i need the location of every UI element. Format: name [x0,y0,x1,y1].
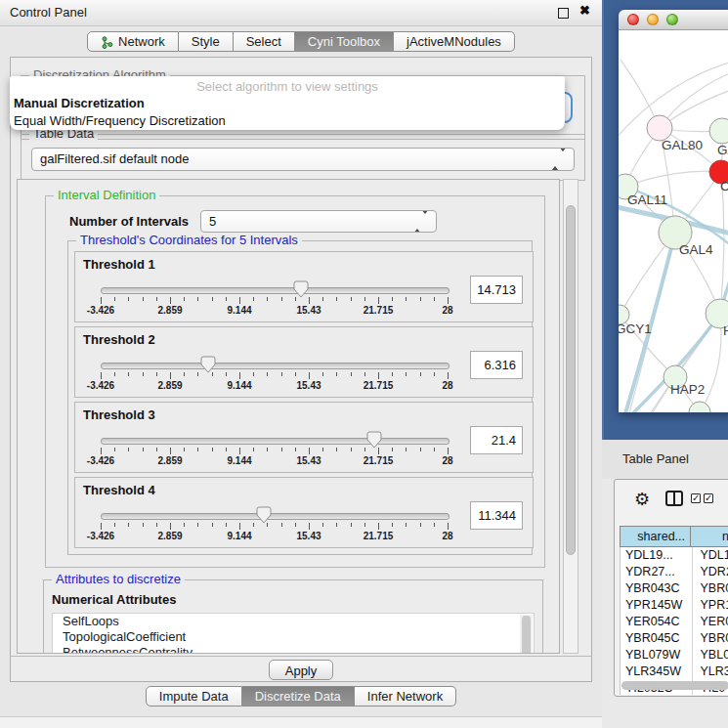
tab-jactivemnodules[interactable]: jActiveMNodules [394,31,515,52]
threshold-value-field[interactable] [470,351,523,379]
tick-label: 9.144 [227,380,251,391]
tab-label: Network [118,32,165,51]
vertical-scrollbar[interactable] [563,179,578,654]
tab-discretize-data[interactable]: Discretize Data [242,686,355,707]
numerical-attributes-list[interactable]: SelfLoopsTopologicalCoefficientBetweenne… [52,613,535,654]
threshold-slider-thumb[interactable] [293,280,309,298]
tab-network[interactable]: Network [87,31,179,52]
table-data-group: Table Data galFiltered.sif default node [21,134,585,181]
table-row[interactable]: YLR345WYLR3 [621,664,728,680]
threshold-label: Threshold 1 [83,257,155,272]
table-column-header[interactable]: shared... [620,527,691,546]
threshold-slider-thumb[interactable] [366,431,382,449]
table-cell: YDR27... [621,564,693,580]
column-layout-icon[interactable] [665,491,683,506]
tab-cyni-toolbox[interactable]: Cyni Toolbox [295,31,394,52]
checkbox-icon[interactable]: ✓ [704,493,713,503]
table-row[interactable]: YBR045CYBR0 [621,630,728,647]
interval-definition-title: Interval Definition [54,188,159,202]
close-traffic-light-icon[interactable] [627,14,639,25]
table-row[interactable]: YBL079WYBL0 [621,647,728,664]
threshold-slider-track[interactable] [101,513,450,520]
table-panel-body: ⚙ ✓ ✓ shared...na YDL19...YDL1YDR27...YD… [614,479,728,697]
tick-label: 2.859 [157,455,182,466]
threshold-box: Threshold 1 -3.4262.8599.14415.4321.7152… [74,251,534,322]
tab-style[interactable]: Style [179,31,234,52]
tick-label: 21.715 [364,531,394,541]
tick-label: 21.715 [364,305,394,316]
tab-impute-data[interactable]: Impute Data [146,686,242,707]
tick-label: -3.426 [87,305,114,316]
network-node-label: GAL80 [662,138,703,152]
threshold-slider-track[interactable] [101,438,450,445]
table-row[interactable]: YER054CYER0 [621,614,728,630]
table-header-row: shared...na [620,526,728,547]
table-row[interactable]: YPR145WYPR1 [621,597,728,614]
network-window-titlebar [619,10,728,30]
table-cell: YER0 [693,614,728,630]
algorithm-popup-hint: Select algorithm to view settings [10,76,565,95]
zoom-traffic-light-icon[interactable] [666,14,678,25]
cyni-toolbox-panel: Discretization Algorithm Table Data galF… [10,57,592,682]
vertical-scrollbar-thumb[interactable] [566,205,576,555]
checkbox-icon[interactable]: ✓ [691,493,701,503]
number-of-intervals-combobox[interactable]: 5 [200,210,437,233]
minimize-traffic-light-icon[interactable] [647,14,659,25]
tick-label: 2.859 [157,380,182,391]
table-row[interactable]: YBR043CYBR0 [621,580,728,597]
network-desktop-background: GAL80GACGAL11GAL4GCY1HHAP2 [602,0,728,440]
threshold-value-field[interactable] [470,426,523,454]
threshold-slider-thumb[interactable] [200,356,216,373]
list-scrollbar-thumb[interactable] [522,616,531,654]
threshold-label: Threshold 3 [83,407,155,422]
node-table: shared...na YDL19...YDL1YDR27...YDR2YBR0… [620,526,728,695]
close-icon[interactable]: ✖ [579,3,590,18]
apply-row: Apply [11,656,591,683]
threshold-value-field[interactable] [470,501,523,530]
number-of-intervals-row: Number of Intervals 5 [69,210,535,233]
float-window-icon[interactable] [558,8,569,19]
algorithm-option[interactable]: Manual Discretization [10,95,565,112]
threshold-slider-thumb[interactable] [256,506,272,524]
attribute-list-item[interactable]: BetweennessCentrality [53,645,534,654]
column-separator [692,547,693,695]
table-data-combobox[interactable]: galFiltered.sif default node [31,148,575,171]
network-canvas[interactable]: GAL80GACGAL11GAL4GCY1HHAP2 [619,30,728,412]
threshold-slider-track[interactable] [101,287,450,294]
combo-arrows-icon [413,211,429,233]
attribute-list-item[interactable]: TopologicalCoefficient [53,629,534,645]
tick-label: 15.43 [296,380,321,391]
gear-icon[interactable]: ⚙ [634,489,650,510]
list-scrollbar[interactable] [520,615,533,654]
threshold-value-field[interactable] [470,276,523,304]
slider-tick-labels: -3.4262.8599.14415.4321.71528 [101,380,449,393]
screen: { "control_panel": { "title": "Control P… [0,0,728,728]
attribute-list-item[interactable]: SelfLoops [53,614,534,629]
cyni-bottom-tab-bar: Impute DataDiscretize DataInfer Network [0,686,602,711]
tab-infer-network[interactable]: Infer Network [355,686,456,707]
table-cell: YBL079W [621,647,693,664]
algorithm-option[interactable]: Equal Width/Frequency Discretization [10,112,565,130]
table-row[interactable]: YDL19...YDL1 [621,547,728,564]
network-edge[interactable] [625,171,721,187]
tick-label: 2.859 [157,305,182,316]
table-cell: YDR2 [693,564,728,580]
tab-select[interactable]: Select [234,31,295,52]
tick-label: -3.426 [87,455,114,466]
table-cell: YDL1 [693,547,728,564]
apply-button[interactable]: Apply [269,660,333,680]
threshold-slider-track[interactable] [101,363,450,369]
network-node-label: H [723,323,728,338]
horizontal-scrollbar-thumb[interactable] [621,681,728,690]
table-panel-title: Table Panel [622,440,689,479]
panel-title: Control Panel [10,0,87,24]
table-row[interactable]: YDR27...YDR2 [621,564,728,580]
network-node-label: GAL4 [679,242,713,257]
table-rows: YDL19...YDL1YDR27...YDR2YBR043CYBR0YPR14… [620,547,728,695]
table-column-header[interactable]: na [691,527,728,546]
thresholds-group: Threshold's Coordinates for 5 Intervals … [67,240,533,555]
tick-label: 2.859 [157,531,182,541]
control-panel-tab-bar: NetworkStyleSelectCyni ToolboxjActiveMNo… [0,26,602,56]
network-node-ga[interactable] [709,118,728,144]
tab-label: jActiveMNodules [407,32,501,51]
